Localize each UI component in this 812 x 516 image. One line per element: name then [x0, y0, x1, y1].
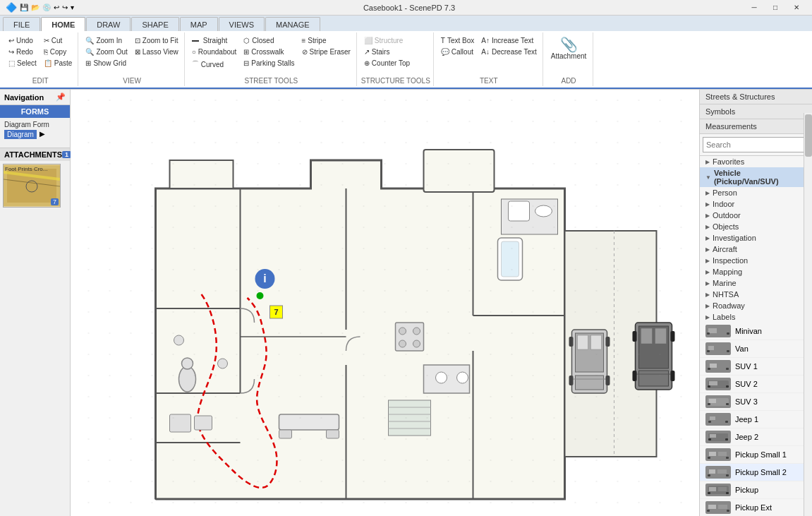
- increase-text-button[interactable]: A↑ Increase Text: [478, 35, 539, 46]
- symbol-pickup-small-1[interactable]: Pickup Small 1: [700, 446, 812, 464]
- category-inspection[interactable]: ▶ Inspection: [700, 255, 812, 266]
- curved-button[interactable]: ⌒ Curved: [189, 58, 240, 71]
- qat-disk[interactable]: 💿: [42, 4, 51, 11]
- symbol-suv2[interactable]: SUV 2: [700, 376, 812, 393]
- symbol-jeep1[interactable]: Jeep 1: [700, 411, 812, 428]
- ribbon: ↩ Undo ↪ Redo ⬚ Select ✂ Cut ⎘ Copy 📋 Pa…: [0, 31, 812, 89]
- symbol-suv1[interactable]: SUV 1: [700, 358, 812, 376]
- category-nhtsa[interactable]: ▶ NHTSA: [700, 289, 812, 300]
- text-box-button[interactable]: T Text Box: [438, 35, 477, 46]
- category-person[interactable]: ▶ Person: [700, 187, 812, 198]
- pickup-small-1-label: Pickup Small 1: [735, 450, 787, 459]
- tab-manage[interactable]: MANAGE: [265, 17, 320, 31]
- edit-group-label: EDIT: [6, 76, 75, 85]
- van-label: Van: [735, 344, 749, 353]
- copy-button[interactable]: ⎘ Copy: [41, 47, 75, 57]
- tab-map[interactable]: MAP: [180, 17, 218, 31]
- category-outdoor[interactable]: ▶ Outdoor: [700, 210, 812, 221]
- category-aircraft[interactable]: ▶ Aircraft: [700, 244, 812, 255]
- right-panel: Streets & Structures Symbols Measurement…: [699, 90, 812, 516]
- right-scrollbar[interactable]: [804, 113, 812, 516]
- tab-home[interactable]: HOME: [41, 17, 85, 31]
- suv1-thumb: [705, 360, 731, 373]
- tab-streets-structures[interactable]: Streets & Structures: [700, 90, 812, 104]
- scrollbar-thumb[interactable]: [805, 114, 812, 157]
- redo-button[interactable]: ↪ Redo: [6, 47, 40, 57]
- svg-rect-88: [709, 381, 717, 385]
- stripe-eraser-button[interactable]: ⊘ Stripe Eraser: [299, 47, 353, 57]
- attachment-thumbnail[interactable]: 7 Foot Prints Cro...: [3, 164, 61, 208]
- symbol-van[interactable]: Van: [700, 340, 812, 358]
- svg-rect-90: [726, 385, 729, 388]
- structure-button[interactable]: ⬜ Structure: [361, 35, 413, 46]
- maximize-button[interactable]: □: [765, 1, 785, 14]
- svg-rect-80: [708, 346, 714, 350]
- tab-views[interactable]: VIEWS: [219, 17, 265, 31]
- zoom-in-button[interactable]: 🔍 Zoom In: [83, 35, 130, 46]
- category-indoor[interactable]: ▶ Indoor: [700, 198, 812, 210]
- tab-draw[interactable]: DRAW: [86, 17, 131, 31]
- canvas-area[interactable]: i 7: [71, 90, 699, 516]
- decrease-text-button[interactable]: A↓ Decrease Text: [478, 47, 539, 57]
- cut-button[interactable]: ✂ Cut: [41, 35, 75, 46]
- zoom-fit-button[interactable]: ⊡ Zoom to Fit: [132, 35, 181, 46]
- qat-save[interactable]: 💾: [20, 4, 28, 11]
- crosswalk-button[interactable]: ⊞ Crosswalk: [241, 47, 297, 57]
- minimize-button[interactable]: ─: [744, 1, 764, 14]
- tab-measurements[interactable]: Measurements: [700, 119, 812, 134]
- paste-button[interactable]: 📋 Paste: [41, 58, 75, 68]
- qat-undo[interactable]: ↩: [54, 4, 59, 11]
- search-input[interactable]: [703, 137, 809, 152]
- qat-redo[interactable]: ↪: [62, 4, 68, 11]
- category-objects[interactable]: ▶ Objects: [700, 221, 812, 232]
- nav-pin-icon[interactable]: 📌: [56, 92, 66, 102]
- stripe-button[interactable]: ≡ Stripe: [299, 35, 353, 46]
- parking-stalls-button[interactable]: ⊟ Parking Stalls: [241, 58, 297, 68]
- symbol-pickup-small-2[interactable]: Pickup Small 2: [700, 464, 812, 481]
- select-button[interactable]: ⬚ Select: [6, 58, 40, 68]
- counter-top-button[interactable]: ⊕ Counter Top: [361, 58, 413, 68]
- diagram-arrow[interactable]: ▶: [40, 130, 45, 138]
- category-marine[interactable]: ▶ Marine: [700, 277, 812, 289]
- svg-rect-97: [708, 421, 711, 423]
- category-label: Indoor: [713, 200, 734, 208]
- roundabout-button[interactable]: ○ Roundabout: [189, 47, 240, 57]
- expand-icon: ▶: [705, 303, 710, 309]
- category-labels[interactable]: ▶ Labels: [700, 311, 812, 323]
- symbol-jeep2[interactable]: Jeep 2: [700, 428, 812, 446]
- symbol-pickup[interactable]: Pickup: [700, 481, 812, 499]
- pickup-small-2-thumb: [705, 466, 731, 479]
- diagram-tag[interactable]: Diagram: [4, 130, 37, 139]
- category-mapping[interactable]: ▶ Mapping: [700, 266, 812, 277]
- svg-rect-76: [708, 328, 717, 333]
- ribbon-group-structure: ⬜ Structure ↗ Stairs ⊕ Counter Top STRUC…: [358, 32, 434, 86]
- attachments-header: ATTACHMENTS 1: [0, 148, 70, 161]
- category-favorites[interactable]: ▶ Favorites: [700, 156, 812, 167]
- zoom-out-button[interactable]: 🔍 Zoom Out: [83, 47, 130, 57]
- close-button[interactable]: ✕: [787, 1, 806, 14]
- category-vehicle[interactable]: ▼ Vehicle (Pickup/Van/SUV): [700, 167, 812, 187]
- symbol-suv3[interactable]: SUV 3: [700, 393, 812, 411]
- qat-open[interactable]: 📂: [31, 4, 40, 11]
- undo-button[interactable]: ↩ Undo: [6, 35, 40, 46]
- symbol-minivan[interactable]: Minivan: [700, 323, 812, 340]
- van-thumb: [705, 342, 731, 355]
- symbol-pickup-ext[interactable]: Pickup Ext: [700, 499, 812, 516]
- straight-button[interactable]: Straight: [189, 35, 240, 46]
- stairs-button[interactable]: ↗ Stairs: [361, 47, 413, 57]
- tab-symbols[interactable]: Symbols: [700, 104, 812, 119]
- svg-rect-122: [727, 510, 729, 512]
- toolbar-area: FILE HOME DRAW SHAPE MAP VIEWS MANAGE ↩ …: [0, 16, 812, 90]
- category-investigation[interactable]: ▶ Investigation: [700, 232, 812, 244]
- callout-button[interactable]: 💬 Callout: [438, 47, 477, 57]
- show-grid-button[interactable]: ⊞ Show Grid: [83, 58, 130, 68]
- tab-shape[interactable]: SHAPE: [131, 17, 178, 31]
- jeep2-label: Jeep 2: [735, 433, 758, 441]
- ribbon-tab-bar: FILE HOME DRAW SHAPE MAP VIEWS MANAGE: [0, 16, 812, 31]
- attachments-label: ATTACHMENTS: [4, 150, 62, 159]
- tab-file[interactable]: FILE: [3, 17, 40, 31]
- attachment-button[interactable]: 📎 Attachment: [547, 35, 590, 62]
- lasso-view-button[interactable]: ⊠ Lasso View: [132, 47, 181, 57]
- closed-button[interactable]: ⬡ Closed: [241, 35, 297, 46]
- category-roadway[interactable]: ▶ Roadway: [700, 300, 812, 311]
